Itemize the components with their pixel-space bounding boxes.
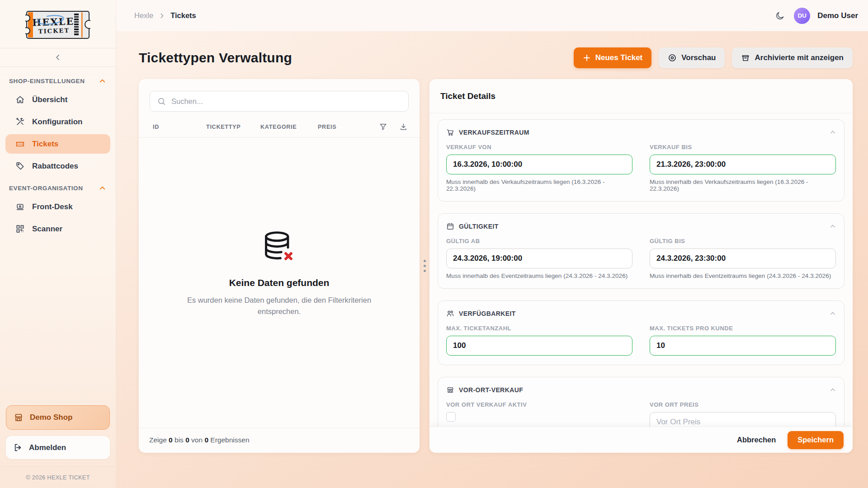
page-header: Tickettypen Verwaltung Neues Ticket Vors…: [139, 47, 853, 68]
gueltig-bis-input[interactable]: [650, 249, 836, 268]
avatar[interactable]: DU: [794, 8, 810, 24]
section-title: VERKAUFSZEITRAUM: [459, 129, 529, 136]
dark-mode-toggle[interactable]: [773, 9, 787, 23]
collapse-section-button[interactable]: [830, 310, 836, 317]
cancel-button[interactable]: Abbrechen: [737, 436, 776, 444]
sidebar-item-scanner[interactable]: Scanner: [5, 219, 110, 239]
download-icon: [399, 122, 408, 131]
search-row: [139, 79, 420, 120]
section-verkaufszeitraum: VERKAUFSZEITRAUM VERKAUF VON Muss innerh…: [438, 119, 844, 202]
results-text: bis: [175, 436, 184, 444]
show-archived-button[interactable]: Archivierte mit anzeigen: [732, 47, 853, 68]
section-header: VERFÜGBARKEIT: [446, 310, 836, 318]
logout-button[interactable]: Abmelden: [6, 436, 110, 459]
breadcrumb-parent[interactable]: Hexle: [134, 11, 153, 20]
filter-button[interactable]: [379, 122, 387, 131]
sidebar-item-rabattcodes[interactable]: Rabattcodes: [5, 156, 110, 176]
field-verkauf-bis: VERKAUF BIS Muss innerhalb des Verkaufsz…: [650, 144, 836, 192]
download-button[interactable]: [399, 122, 408, 131]
column-header-tickettyp[interactable]: TICKETTYP: [206, 124, 260, 130]
section-verfuegbarkeit: VERFÜGBARKEIT MAX. TICKETANZAHL M: [438, 300, 844, 365]
field-hint: Muss innerhalb des Verkaufszeitraums lie…: [446, 178, 632, 192]
column-header-preis[interactable]: PREIS: [318, 124, 379, 130]
no-data-database-icon: [261, 230, 297, 266]
sidebar-item-label: Front-Desk: [32, 202, 73, 211]
save-button[interactable]: Speichern: [788, 431, 844, 449]
sidebar-item-front-desk[interactable]: Front-Desk: [5, 197, 110, 216]
copyright-text: © 2026 HEXLE TICKET: [0, 466, 116, 483]
user-name: Demo User: [817, 11, 858, 20]
sidebar-item-konfiguration[interactable]: Konfiguration: [5, 112, 110, 131]
cash-register-icon: [15, 202, 25, 211]
verkauf-von-input[interactable]: [446, 155, 632, 174]
logout-label: Abmelden: [29, 443, 66, 452]
section-gueltigkeit: GÜLTIGKEIT GÜLTIG AB Muss innerhalb des …: [438, 213, 844, 289]
panel-resize-handle[interactable]: [420, 79, 429, 453]
results-total: 0: [204, 436, 208, 444]
results-to: 0: [185, 436, 189, 444]
nav-section-shop-einstellungen[interactable]: SHOP-EINSTELLUNGEN: [0, 71, 116, 89]
page-title: Tickettypen Verwaltung: [139, 50, 292, 66]
collapse-section-button[interactable]: [830, 223, 836, 230]
field-grid: VERKAUF VON Muss innerhalb des Verkaufsz…: [446, 144, 836, 192]
gueltig-ab-input[interactable]: [446, 249, 632, 268]
max-ticketanzahl-input[interactable]: [446, 336, 632, 356]
collapse-section-button[interactable]: [830, 129, 836, 136]
sidebar-collapse-button[interactable]: [0, 48, 116, 67]
section-header: VERKAUFSZEITRAUM: [446, 128, 836, 136]
empty-state-message: Es wurden keine Daten gefunden, die den …: [166, 295, 392, 317]
sidebar-item-tickets[interactable]: Tickets: [5, 134, 110, 154]
nav-section-event-organisation[interactable]: EVENT-ORGANISATION: [0, 178, 116, 196]
home-icon: [15, 95, 25, 104]
section-vor-ort-verkauf: VOR-ORT-VERKAUF VOR ORT VERKAUF AKTIV: [438, 377, 844, 427]
search-input[interactable]: [171, 97, 401, 106]
topbar-right: DU Demo User: [773, 8, 858, 24]
sidebar-bottom: Demo Shop Abmelden © 2026 HEXLE TICKET: [0, 405, 116, 488]
tag-icon: [15, 161, 25, 171]
new-ticket-button[interactable]: Neues Ticket: [574, 47, 652, 68]
empty-state-title: Keine Daten gefunden: [229, 277, 330, 288]
chevron-up-icon: [830, 129, 836, 136]
section-title: VERFÜGBARKEIT: [459, 310, 516, 317]
vor-ort-preis-input[interactable]: [650, 412, 836, 427]
table-header-icons: [379, 122, 408, 131]
field-grid: VOR ORT VERKAUF AKTIV VOR ORT PREIS: [446, 401, 836, 427]
field-label: GÜLTIG BIS: [650, 238, 836, 244]
field-hint: Muss innerhalb des Eventzeitraums liegen…: [446, 272, 632, 279]
ticket-details-panel: Ticket Details VERKAUFSZEITRAUM: [429, 79, 853, 453]
field-hint: Muss innerhalb des Eventzeitraums liegen…: [650, 272, 836, 279]
field-grid: GÜLTIG AB Muss innerhalb des Eventzeitra…: [446, 238, 836, 279]
search-icon: [157, 97, 166, 106]
chevron-up-icon: [830, 310, 836, 317]
column-header-kategorie[interactable]: KATEGORIE: [260, 124, 318, 130]
sidebar-item-uebersicht[interactable]: Übersicht: [5, 90, 110, 109]
results-from: 0: [169, 436, 173, 444]
results-summary: Zeige 0 bis 0 von 0 Ergebnissen: [139, 428, 420, 453]
demo-shop-button[interactable]: Demo Shop: [6, 405, 110, 430]
brand-logo[interactable]: HEXLE TICKET: [0, 0, 116, 48]
details-body: VERKAUFSZEITRAUM VERKAUF VON Muss innerh…: [429, 113, 853, 427]
new-ticket-label: Neues Ticket: [595, 53, 643, 62]
max-tickets-pro-kunde-input[interactable]: [650, 336, 836, 356]
vor-ort-aktiv-checkbox[interactable]: [446, 412, 456, 422]
field-verkauf-von: VERKAUF VON Muss innerhalb des Verkaufsz…: [446, 144, 632, 192]
column-header-id[interactable]: ID: [153, 124, 206, 130]
chevron-up-icon: [99, 78, 106, 84]
view-icon: [668, 53, 677, 62]
chevron-up-icon: [830, 387, 836, 393]
moon-icon: [775, 11, 785, 21]
field-label: VOR ORT PREIS: [650, 401, 836, 408]
field-label: GÜLTIG AB: [446, 238, 632, 244]
field-grid: MAX. TICKETANZAHL MAX. TICKETS PRO KUNDE: [446, 325, 836, 356]
ticket-icon: [15, 139, 25, 149]
details-title: Ticket Details: [429, 79, 853, 113]
field-max-tickets-pro-kunde: MAX. TICKETS PRO KUNDE: [650, 325, 836, 356]
collapse-section-button[interactable]: [830, 387, 836, 393]
table-header-row: ID TICKETTYP KATEGORIE PREIS: [139, 120, 420, 138]
preview-button[interactable]: Vorschau: [659, 47, 725, 68]
sidebar-item-label: Übersicht: [32, 95, 67, 104]
verkauf-bis-input[interactable]: [650, 155, 836, 174]
cart-icon: [446, 128, 454, 136]
field-vor-ort-verkauf-aktiv: VOR ORT VERKAUF AKTIV: [446, 401, 632, 427]
breadcrumb-current: Tickets: [170, 11, 196, 20]
